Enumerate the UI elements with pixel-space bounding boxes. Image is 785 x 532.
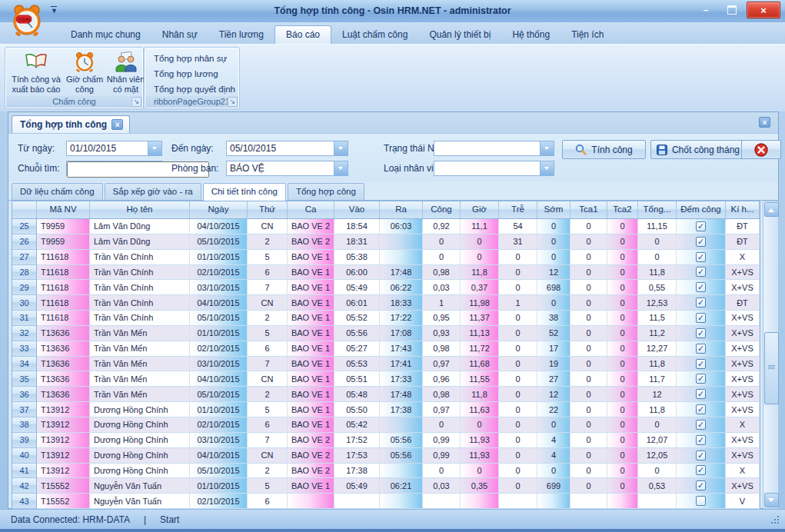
cell-tre[interactable]: 31 xyxy=(499,234,537,250)
cell-ra[interactable]: 17:41 xyxy=(380,357,423,372)
cell-vao[interactable]: 05:50 xyxy=(334,402,380,417)
tu-ngay-value[interactable] xyxy=(70,141,148,155)
row-number[interactable]: 28 xyxy=(12,265,37,281)
chevron-down-icon[interactable] xyxy=(334,141,348,155)
dem-cong-checkbox[interactable] xyxy=(696,480,706,490)
ribbon-tab-luat-cham-cong[interactable]: Luật chấm công xyxy=(331,26,418,44)
cell-ma-nv[interactable]: T11618 xyxy=(37,265,90,281)
row-number[interactable]: 32 xyxy=(12,326,37,341)
cell-ra[interactable] xyxy=(380,250,423,265)
cell-tre[interactable]: 1 xyxy=(499,295,537,311)
cell-tre[interactable]: 0 xyxy=(499,371,537,387)
cell-ca[interactable]: BAO VE 2 xyxy=(288,219,334,234)
cell-ki-hieu[interactable]: X+VS xyxy=(726,326,760,341)
minimize-button[interactable]: – xyxy=(694,2,717,18)
cell-tong[interactable]: 0 xyxy=(638,234,677,250)
cell-tca2[interactable]: 0 xyxy=(607,341,638,357)
cell-dem-cong[interactable] xyxy=(677,341,726,357)
row-number[interactable]: 41 xyxy=(12,464,37,479)
dem-cong-checkbox[interactable] xyxy=(696,313,706,323)
app-logo-alarm-clock-icon[interactable]: OSIN xyxy=(11,3,43,38)
cell-dem-cong[interactable] xyxy=(677,280,726,295)
cell-ngay[interactable]: 02/10/2015 xyxy=(190,265,248,281)
col-header-som[interactable]: Sớm xyxy=(537,201,570,218)
cell-tca2[interactable]: 0 xyxy=(607,371,638,387)
cell-ngay[interactable]: 01/10/2015 xyxy=(190,250,248,265)
cell-gio[interactable]: 11,72 xyxy=(461,341,499,357)
ribbon-tab-nhan-su[interactable]: Nhân sự xyxy=(151,26,208,44)
cell-tca1[interactable]: 0 xyxy=(570,341,607,357)
cell-thu[interactable]: 6 xyxy=(248,341,288,357)
cell-tong[interactable]: 0 xyxy=(638,250,677,265)
cell-tca1[interactable]: 0 xyxy=(570,326,607,341)
cell-dem-cong[interactable] xyxy=(677,478,726,494)
cell-dem-cong[interactable] xyxy=(677,295,726,311)
cell-cong[interactable]: 0,92 xyxy=(423,219,461,234)
cell-ki-hieu[interactable]: X+VS xyxy=(726,280,760,295)
table-row[interactable]: 25T9959Lâm Văn Dũng04/10/2015CNBAO VE 21… xyxy=(12,219,760,234)
col-header-tca1[interactable]: Tca1 xyxy=(570,201,607,218)
table-row[interactable]: 42T15552Nguyễn Văn Tuấn01/10/20155BAO VE… xyxy=(12,478,760,494)
cell-ho-ten[interactable]: Trần Văn Mến xyxy=(90,371,190,387)
cell-ma-nv[interactable]: T13636 xyxy=(37,357,90,372)
col-header-ho-ten[interactable]: Họ tên xyxy=(90,201,190,218)
cell-cong[interactable]: 0,97 xyxy=(423,357,461,372)
cell-som[interactable]: 4 xyxy=(537,433,570,448)
cell-cong[interactable]: 0,99 xyxy=(423,433,461,448)
cell-dem-cong[interactable] xyxy=(677,357,726,372)
cell-ma-nv[interactable]: T9959 xyxy=(37,234,90,250)
table-row[interactable]: 28T11618Trần Văn Chính02/10/20156BAO VE … xyxy=(12,265,760,281)
cell-ngay[interactable]: 04/10/2015 xyxy=(190,448,248,464)
table-row[interactable]: 32T13636Trần Văn Mến01/10/20155BAO VE 10… xyxy=(12,326,760,341)
ribbon-button-people-group[interactable]: Nhân viên có mặt xyxy=(104,49,148,95)
cell-dem-cong[interactable] xyxy=(677,387,726,402)
cell-gio[interactable] xyxy=(461,494,499,509)
grid-corner-cell[interactable] xyxy=(12,201,37,218)
chevron-down-icon[interactable] xyxy=(334,161,348,175)
cell-ngay[interactable]: 02/10/2015 xyxy=(190,417,248,433)
cell-vao[interactable]: 18:54 xyxy=(334,219,380,234)
cell-thu[interactable]: CN xyxy=(248,219,288,234)
cell-gio[interactable]: 0,37 xyxy=(461,280,499,295)
cell-tong[interactable]: 0 xyxy=(638,464,677,479)
cell-som[interactable]: 22 xyxy=(537,402,570,417)
cell-gio[interactable]: 0 xyxy=(461,417,499,433)
table-row[interactable]: 40T13912Dương Hồng Chính04/10/2015CNBAO … xyxy=(12,448,760,464)
cell-tong[interactable]: 11,2 xyxy=(638,326,677,341)
row-number[interactable]: 43 xyxy=(12,494,37,509)
table-row[interactable]: 30T11618Trần Văn Chính04/10/2015CNBAO VE… xyxy=(12,295,760,311)
cell-ra[interactable] xyxy=(380,494,423,509)
dialog-launcher-icon[interactable]: ↘ xyxy=(228,97,238,107)
dem-cong-checkbox[interactable] xyxy=(696,298,706,308)
col-header-tong[interactable]: Tổng... xyxy=(638,201,677,218)
cell-tre[interactable]: 0 xyxy=(499,402,537,417)
cell-ca[interactable]: BAO VE 2 xyxy=(288,433,334,448)
cell-ngay[interactable]: 04/10/2015 xyxy=(190,295,248,311)
cell-dem-cong[interactable] xyxy=(677,464,726,479)
cell-ra[interactable]: 05:56 xyxy=(380,448,423,464)
row-number[interactable]: 26 xyxy=(12,234,37,250)
cell-ma-nv[interactable]: T13912 xyxy=(37,402,90,417)
subtab-tong-hop-cong[interactable]: Tổng hợp công xyxy=(288,183,364,200)
cell-tca2[interactable]: 0 xyxy=(607,433,638,448)
row-number[interactable]: 31 xyxy=(12,311,37,326)
cell-tca1[interactable]: 0 xyxy=(570,357,607,372)
cell-ma-nv[interactable]: T11618 xyxy=(37,311,90,326)
cell-tca2[interactable]: 0 xyxy=(607,478,638,494)
cell-vao[interactable]: 05:48 xyxy=(334,387,380,402)
cell-ngay[interactable]: 05/10/2015 xyxy=(190,464,248,479)
dem-cong-checkbox[interactable] xyxy=(696,267,706,277)
cell-ki-hieu[interactable]: V xyxy=(726,494,760,509)
cell-ngay[interactable]: 04/10/2015 xyxy=(190,219,248,234)
cell-dem-cong[interactable] xyxy=(677,234,726,250)
cell-tre[interactable]: 0 xyxy=(499,478,537,494)
cell-ho-ten[interactable]: Trần Văn Chính xyxy=(90,280,190,295)
cell-ngay[interactable]: 04/10/2015 xyxy=(190,371,248,387)
table-row[interactable]: 31T11618Trần Văn Chính05/10/20152BAO VE … xyxy=(12,311,760,326)
cell-tca1[interactable]: 0 xyxy=(570,219,607,234)
cell-ca[interactable]: BAO VE 1 xyxy=(288,341,334,357)
row-number[interactable]: 25 xyxy=(12,219,37,234)
cell-ki-hieu[interactable]: X+VS xyxy=(726,357,760,372)
dem-cong-checkbox[interactable] xyxy=(696,404,706,414)
table-row[interactable]: 43T15552Nguyễn Văn Tuấn02/10/20156V xyxy=(12,494,760,509)
